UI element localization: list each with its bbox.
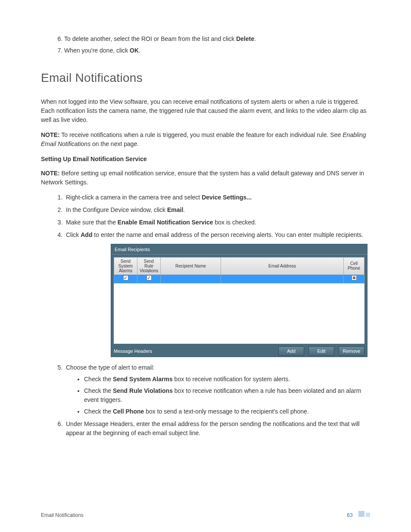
step-5: Choose the type of alert to email: Check… (64, 363, 370, 416)
panel-footer: Message Headers Add Edit Remove (111, 344, 367, 357)
panel-title: Email Recipients (111, 244, 367, 255)
text: Check the (84, 376, 113, 383)
bold: Add (81, 231, 92, 238)
message-headers-label: Message Headers (114, 348, 152, 355)
text: Right-click a camera in the camera tree … (66, 194, 202, 201)
email-recipients-screenshot: Email Recipients Send System Alarms Send… (111, 244, 367, 357)
col-recipient-name[interactable]: Recipient Name (161, 257, 221, 274)
bold: Device Settings... (202, 194, 252, 201)
text: Check the (84, 387, 113, 394)
cell-recipient-name[interactable] (161, 274, 221, 283)
col-cell-phone[interactable]: Cell Phone (344, 257, 364, 274)
checkbox-icon[interactable] (146, 275, 152, 280)
bold: Email (167, 206, 183, 213)
text: To receive notifications when a rule is … (60, 131, 343, 138)
intro-paragraph: When not logged into the View software, … (41, 97, 370, 124)
step-6-message-headers: Under Message Headers, enter the email a… (64, 420, 370, 438)
setup-steps-list: Right-click a camera in the camera tree … (41, 193, 370, 438)
text: box is checked. (213, 219, 256, 226)
step-1: Right-click a camera in the camera tree … (64, 193, 370, 202)
bullet-rule-violations: Check the Send Rule Violations box to re… (84, 386, 370, 404)
col-send-system-alarms[interactable]: Send System Alarms (114, 257, 137, 274)
text: When you're done, click (64, 47, 130, 54)
page-footer: Email Notifications 63 (41, 511, 370, 519)
text: box to receive notification for system a… (173, 376, 290, 383)
recipients-table: Send System Alarms Send Rule Violations … (114, 257, 364, 283)
alert-type-list: Check the Send System Alarms box to rece… (66, 375, 370, 416)
table-wrap: Send System Alarms Send Rule Violations … (111, 255, 367, 344)
remove-button[interactable]: Remove (339, 346, 364, 356)
add-button[interactable]: Add (278, 346, 304, 356)
text: . (254, 35, 256, 42)
bold: OK (130, 47, 139, 54)
bullet-system-alarms: Check the Send System Alarms box to rece… (84, 375, 370, 384)
step-3: Make sure that the Enable Email Notifica… (64, 218, 370, 227)
section-heading: Email Notifications (41, 69, 370, 87)
step-6-delete: To delete another, select the ROI or Bea… (64, 34, 370, 44)
cell-email-address[interactable] (221, 274, 344, 283)
text: . (139, 47, 140, 54)
bold: Delete (236, 35, 254, 42)
text: Before setting up email notification ser… (41, 170, 364, 186)
table-empty-area (114, 283, 364, 344)
text: box to send a text-only message to the r… (144, 408, 308, 415)
page-number: 63 (347, 512, 352, 518)
text: . (183, 206, 185, 213)
step-4: Click Add to enter the name and email ad… (64, 230, 370, 357)
bold: Cell Phone (113, 408, 144, 415)
text: on the next page. (90, 140, 139, 147)
bold: Send Rule Violations (113, 387, 173, 394)
bullet-cell-phone: Check the Cell Phone box to send a text-… (84, 407, 370, 416)
text: Under Message Headers, enter the email a… (66, 420, 360, 436)
checkbox-icon[interactable] (123, 275, 128, 280)
text: Make sure that the (66, 219, 118, 226)
text: Check the (84, 408, 113, 415)
text: Choose the type of alert to email: (66, 364, 154, 371)
subheading: Setting Up Email Notification Service (41, 155, 370, 164)
step-7-ok: When you're done, click OK. (64, 46, 370, 55)
text: In the Configure Device window, click (66, 206, 167, 213)
checkbox-icon[interactable] (352, 275, 357, 280)
col-send-rule-violations[interactable]: Send Rule Violations (137, 257, 161, 274)
continued-ordered-list: To delete another, select the ROI or Bea… (41, 34, 370, 55)
note-label: NOTE: (41, 170, 60, 177)
bold: Send System Alarms (113, 376, 173, 383)
text: To delete another, select the ROI or Bea… (64, 35, 236, 42)
note-1: NOTE: To receive notifications when a ru… (41, 131, 370, 149)
note-2: NOTE: Before setting up email notificati… (41, 169, 370, 187)
col-email-address[interactable]: Email Address (221, 257, 344, 274)
edit-button[interactable]: Edit (308, 346, 334, 356)
text: Click (66, 231, 81, 238)
footer-decoration-icon (358, 511, 370, 517)
bold: Enable Email Notification Service (118, 219, 213, 226)
footer-section-name: Email Notifications (41, 511, 84, 519)
note-label: NOTE: (41, 131, 60, 138)
step-2: In the Configure Device window, click Em… (64, 205, 370, 215)
table-row[interactable] (114, 274, 364, 283)
text: to enter the name and email address of t… (92, 231, 363, 238)
